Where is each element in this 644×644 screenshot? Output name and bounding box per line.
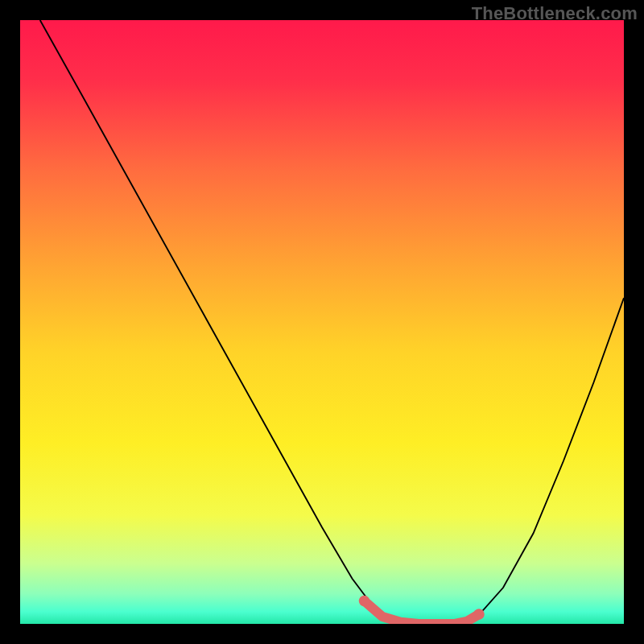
sweet-spot-marker [359, 596, 485, 624]
curve-layer [20, 20, 624, 624]
attribution-text: TheBottleneck.com [472, 3, 638, 24]
chart-frame: TheBottleneck.com [0, 0, 644, 644]
bottleneck-curve [40, 20, 624, 624]
plot-area [20, 20, 624, 624]
svg-point-2 [473, 609, 485, 620]
svg-point-1 [359, 596, 369, 607]
